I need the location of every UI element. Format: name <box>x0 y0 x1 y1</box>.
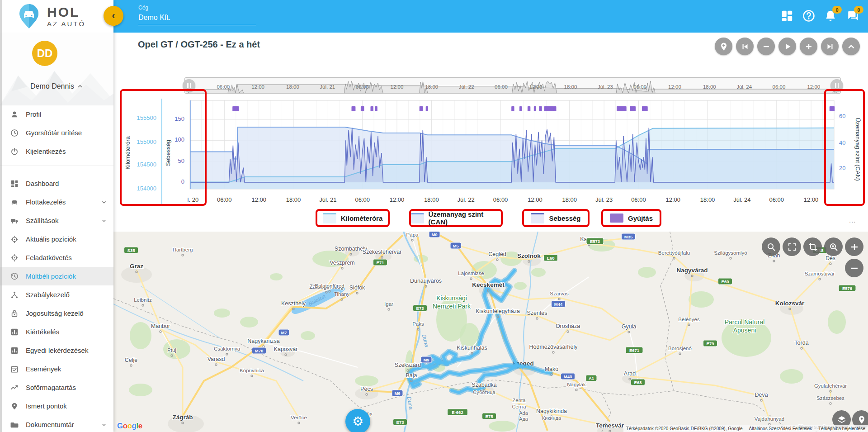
help-button[interactable] <box>802 9 816 24</box>
legend-swatch <box>411 213 424 223</box>
crosshair-icon <box>10 235 19 243</box>
skip-end-button[interactable] <box>821 38 839 55</box>
speed-tick: 100 <box>159 136 184 143</box>
add-position-button[interactable] <box>715 38 732 55</box>
faster-button[interactable] <box>800 38 817 55</box>
time-range-scrubber[interactable]: 06:0012:0018:00Júl. 2106:0012:0018:00Júl… <box>184 77 841 94</box>
chart-icon <box>10 328 19 336</box>
menu-item-label: Szabálykezelő <box>26 291 70 299</box>
menu-item-label: Sofőrmagatartás <box>26 384 76 391</box>
more-options-button[interactable]: ... <box>849 216 856 224</box>
sidebar-item-egyedi-lek-rdez-sek[interactable]: Egyedi lekérdezések <box>0 341 113 360</box>
svg-text:Кикинда: Кикинда <box>542 415 561 421</box>
map-fullscreen-button[interactable] <box>783 237 801 256</box>
odometer-tick: 155500 <box>128 114 156 121</box>
sidebar-item-flottakezel-s[interactable]: Flottakezelés <box>0 193 113 211</box>
legend-item-3[interactable]: Sebesség <box>522 209 590 227</box>
map-zoom-in-button[interactable] <box>845 237 863 256</box>
user-menu-item-kijelentkez-s[interactable]: Kijelentkezés <box>0 142 113 161</box>
sidebar-item-feladatk-vet-s[interactable]: Feladatkövetés <box>0 248 113 267</box>
google-logo: Google <box>117 422 142 431</box>
messages-button[interactable]: 0 <box>845 9 860 24</box>
map-canvas[interactable]: SzegedKiskunságiNemzeti ParkParcul Natur… <box>113 232 868 432</box>
map-zoom-out-button[interactable] <box>845 259 863 277</box>
svg-text:E75: E75 <box>486 414 494 419</box>
company-field[interactable]: Cég Demo Kft. <box>138 5 256 25</box>
svg-text:Graz: Graz <box>130 263 143 270</box>
svg-text:Szentes: Szentes <box>527 310 547 316</box>
user-name-label: Demo Dennis <box>30 82 74 90</box>
map-zoom-area-button[interactable] <box>824 237 843 256</box>
slower-button[interactable] <box>757 38 775 55</box>
legend-item-4[interactable]: Gyújtás <box>601 209 661 227</box>
svg-text:M5: M5 <box>453 243 459 248</box>
vehicle-chart[interactable]: Júl. 2006:0012:0018:00Júl. 2106:0012:001… <box>188 97 837 206</box>
map-crop-button[interactable] <box>803 237 822 256</box>
sidebar-scrollbar[interactable] <box>0 0 2 432</box>
sidebar-collapse-button[interactable]: ‹ <box>104 6 123 26</box>
sidebar-item-m-ltb-li-poz-ci-k[interactable]: Múltbéli pozíciók <box>0 267 113 285</box>
sidebar-item-esem-nyek[interactable]: Események <box>0 360 113 378</box>
svg-text:Torda: Torda <box>794 340 808 346</box>
map-search-button[interactable] <box>762 237 780 256</box>
user-menu-item-gyors-t-t-r-r-t-se[interactable]: Gyorsítótár ürítése <box>0 123 113 142</box>
logo-area: HOL AZ AUTÓ <box>0 0 113 33</box>
apps-button[interactable] <box>780 9 795 24</box>
svg-text:Baja: Baja <box>406 372 417 379</box>
attribution-text-2[interactable]: Általános Szerződési Feltételek <box>749 426 812 431</box>
svg-text:06:00: 06:00 <box>356 84 369 90</box>
sidebar-item-ki-rt-kel-s[interactable]: Kiértékelés <box>0 323 113 341</box>
crosshair-icon <box>10 254 19 262</box>
svg-text:Kolozsvár: Kolozsvár <box>775 300 805 307</box>
sidebar-item-ismert-pontok[interactable]: Ismert pontok <box>0 397 113 415</box>
avatar[interactable]: DD <box>32 41 57 66</box>
svg-text:Júl. 22: Júl. 22 <box>459 84 474 90</box>
user-menu-item-profil[interactable]: Profil <box>0 105 113 123</box>
skip-start-button[interactable] <box>736 38 754 55</box>
sidebar-item-sz-ll-t-sok[interactable]: Szállítások <box>0 211 113 230</box>
dashboard-icon <box>10 180 19 188</box>
clock-icon <box>10 129 19 137</box>
sidebar-item-aktu-lis-poz-ci-k[interactable]: Aktuális pozíciók <box>0 230 113 248</box>
svg-text:12:00: 12:00 <box>529 84 542 90</box>
sidebar-item-dokumentumt-r[interactable]: Dokumentumtár <box>0 415 113 432</box>
notifications-button[interactable]: 0 <box>824 9 838 24</box>
sidebar-item-sof-rmagatart-s[interactable]: Sofőrmagatartás <box>0 378 113 397</box>
calendar-icon <box>10 365 19 373</box>
company-value[interactable]: Demo Kft. <box>138 14 256 25</box>
legend-item-2[interactable]: Üzemanyag szint (CAN) <box>409 209 503 227</box>
svg-text:M0: M0 <box>431 232 437 237</box>
svg-text:Keszthely: Keszthely <box>281 300 306 307</box>
svg-text:Dés: Dés <box>826 255 835 261</box>
menu-item-label: Gyorsítótár ürítése <box>26 129 82 137</box>
svg-text:18:00: 18:00 <box>564 84 577 90</box>
svg-text:Szekszárd: Szekszárd <box>395 362 421 368</box>
map-settings-fab[interactable]: ⚙ <box>345 409 370 432</box>
collapse-chart-button[interactable] <box>842 38 860 55</box>
svg-text:Cegléd: Cegléd <box>488 251 506 257</box>
svg-text:Celje: Celje <box>125 357 138 363</box>
play-button[interactable] <box>778 38 796 55</box>
scrubber-handle-left[interactable] <box>183 79 195 92</box>
svg-text:Varasd: Varasd <box>208 356 225 362</box>
svg-text:12:00: 12:00 <box>666 196 681 203</box>
legend-item-1[interactable]: Kilométeróra <box>316 209 390 227</box>
map-panel[interactable]: SzegedKiskunságiNemzeti ParkParcul Natur… <box>113 232 868 432</box>
svg-text:Szamosújvár: Szamosújvár <box>805 271 835 276</box>
svg-text:Székesfehérvár: Székesfehérvár <box>363 249 402 255</box>
hol-az-auto-logo-icon <box>17 3 41 29</box>
lock-icon <box>10 309 19 318</box>
attribution-text-3[interactable]: Térképhiba bejelentése <box>818 426 865 431</box>
sidebar-item-jogosults-g-kezel-[interactable]: Jogosultság kezelő <box>0 304 113 323</box>
svg-text:Igar: Igar <box>384 301 393 307</box>
sidebar-item-szab-lykezel-[interactable]: Szabálykezelő <box>0 285 113 304</box>
sidebar-item-dashboard[interactable]: Dashboard <box>0 174 113 193</box>
chart-icon <box>10 347 19 355</box>
svg-text:Gyulafehérvár: Gyulafehérvár <box>814 383 847 389</box>
user-name[interactable]: Demo Dennis <box>0 82 113 90</box>
attribution-text-1: Térképadatok ©2020 GeoBasis-DE/BKG (©200… <box>626 426 743 431</box>
svg-text:M43: M43 <box>564 374 572 379</box>
svg-text:12:00: 12:00 <box>804 196 819 203</box>
svg-text:Tihany: Tihany <box>334 291 349 297</box>
scrubber-handle-right[interactable] <box>830 79 843 92</box>
